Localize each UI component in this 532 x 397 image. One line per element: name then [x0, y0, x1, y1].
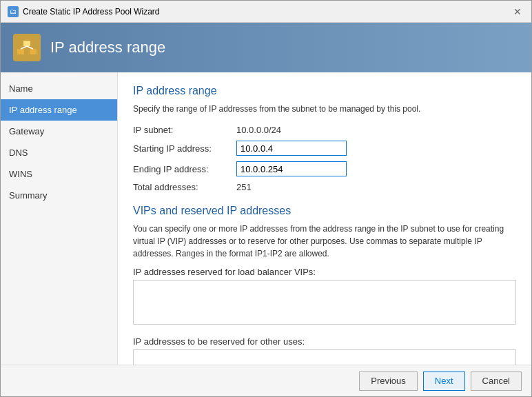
sidebar-item-dns[interactable]: DNS	[1, 142, 117, 163]
svg-rect-1	[30, 49, 37, 54]
starting-ip-input[interactable]	[236, 141, 347, 156]
vips-section: VIPs and reserved IP addresses You can s…	[133, 205, 516, 365]
other-uses-input[interactable]	[133, 349, 516, 365]
svg-rect-0	[17, 49, 24, 54]
next-button[interactable]: Next	[423, 371, 465, 391]
section1-title: IP address range	[133, 85, 516, 97]
total-label: Total addresses:	[133, 182, 236, 192]
sidebar: Name IP address range Gateway DNS WINS S…	[1, 72, 118, 365]
window-title: Create Static IP Address Pool Wizard	[23, 7, 160, 17]
main-window: 🗂 Create Static IP Address Pool Wizard ✕…	[0, 0, 532, 397]
header-title: IP address range	[50, 39, 165, 57]
content-area: Name IP address range Gateway DNS WINS S…	[1, 72, 531, 365]
ending-ip-row: Ending IP address:	[133, 161, 516, 176]
sidebar-item-summary[interactable]: Summary	[1, 185, 117, 206]
wizard-icon: 🗂	[8, 6, 19, 17]
sidebar-item-wins[interactable]: WINS	[1, 163, 117, 185]
sidebar-item-gateway[interactable]: Gateway	[1, 121, 117, 142]
lb-vips-input[interactable]	[133, 280, 516, 325]
sidebar-item-name[interactable]: Name	[1, 78, 117, 99]
subnet-value: 10.0.0.0/24	[236, 125, 281, 135]
starting-ip-label: Starting IP address:	[133, 143, 236, 154]
lb-vips-label: IP addresses reserved for load balancer …	[133, 267, 516, 277]
title-bar: 🗂 Create Static IP Address Pool Wizard ✕	[1, 1, 531, 23]
previous-button[interactable]: Previous	[359, 371, 418, 391]
close-button[interactable]: ✕	[511, 5, 524, 19]
header-banner: IP address range	[1, 23, 531, 72]
section2-desc: You can specify one or more IP addresses…	[133, 223, 516, 260]
ending-ip-input[interactable]	[236, 161, 347, 176]
subnet-row: IP subnet: 10.0.0.0/24	[133, 125, 516, 135]
total-row: Total addresses: 251	[133, 182, 516, 192]
title-bar-left: 🗂 Create Static IP Address Pool Wizard	[8, 6, 160, 17]
other-uses-label: IP addresses to be reserved for other us…	[133, 336, 516, 347]
main-content: IP address range Specify the range of IP…	[118, 72, 531, 365]
header-icon	[13, 34, 41, 61]
header-svg-icon	[16, 37, 38, 59]
svg-line-4	[27, 46, 33, 49]
total-value: 251	[236, 182, 252, 192]
svg-line-3	[21, 46, 27, 49]
footer: Previous Next Cancel	[1, 365, 531, 396]
subnet-label: IP subnet:	[133, 125, 236, 135]
svg-rect-2	[23, 41, 30, 46]
sidebar-item-ip-address-range[interactable]: IP address range	[1, 99, 117, 121]
starting-ip-row: Starting IP address:	[133, 141, 516, 156]
section1-desc: Specify the range of IP addresses from t…	[133, 103, 516, 115]
section2-title: VIPs and reserved IP addresses	[133, 205, 516, 217]
ending-ip-label: Ending IP address:	[133, 164, 236, 174]
cancel-button[interactable]: Cancel	[471, 371, 522, 391]
